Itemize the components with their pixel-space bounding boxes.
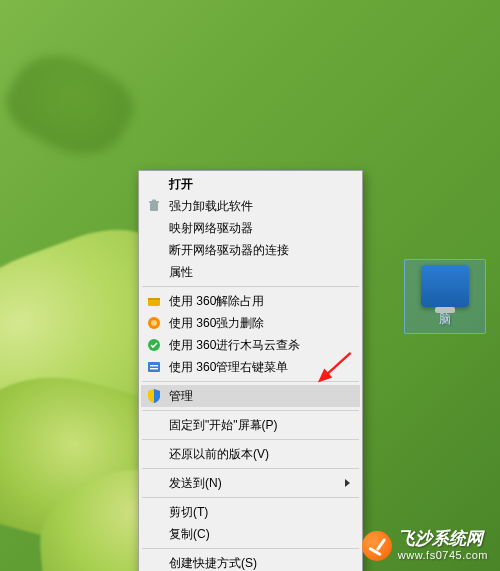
menu-item-properties-top[interactable]: 属性 [141,261,360,283]
menu-item-label: 强力卸载此软件 [169,198,350,215]
menu-item-label: 复制(C) [169,526,350,543]
menu-item-pin-to-start[interactable]: 固定到"开始"屏幕(P) [141,414,360,436]
menu-item-cut[interactable]: 剪切(T) [141,501,360,523]
menu-item-map-network-drive[interactable]: 映射网络驱动器 [141,217,360,239]
svg-rect-4 [148,298,160,300]
menu-item-manage[interactable]: 管理 [141,385,360,407]
menu-item-label: 固定到"开始"屏幕(P) [169,417,350,434]
watermark: 飞沙系统网 www.fs0745.com [362,530,488,561]
svg-rect-8 [148,362,160,372]
computer-icon [421,265,469,307]
svg-rect-2 [152,200,156,202]
shield-icon [145,387,163,405]
blank-icon [145,175,163,193]
menu-item-360-trojan-scan[interactable]: 使用 360进行木马云查杀 [141,334,360,356]
menu-item-label: 发送到(N) [169,475,339,492]
360-scan-icon [145,336,163,354]
svg-point-6 [151,320,157,326]
menu-item-label: 使用 360强力删除 [169,315,350,332]
menu-separator [142,439,359,440]
menu-item-label: 打开 [169,176,350,193]
menu-item-send-to[interactable]: 发送到(N) [141,472,360,494]
blank-icon [145,445,163,463]
menu-item-label: 剪切(T) [169,504,350,521]
blank-icon [145,219,163,237]
blank-icon [145,554,163,571]
menu-item-open[interactable]: 打开 [141,173,360,195]
svg-rect-9 [150,365,158,366]
svg-rect-0 [150,203,158,211]
menu-item-360-unlock[interactable]: 使用 360解除占用 [141,290,360,312]
watermark-url: www.fs0745.com [398,549,488,561]
menu-separator [142,468,359,469]
menu-item-force-uninstall[interactable]: 强力卸载此软件 [141,195,360,217]
trash-icon [145,197,163,215]
menu-item-label: 创建快捷方式(S) [169,555,350,572]
blank-icon [145,241,163,259]
menu-separator [142,286,359,287]
blank-icon [145,263,163,281]
360-menu-icon [145,358,163,376]
blank-icon [145,416,163,434]
menu-item-copy[interactable]: 复制(C) [141,523,360,545]
menu-item-label: 使用 360解除占用 [169,293,350,310]
desktop-icon-this-pc[interactable]: 脑 [410,265,480,328]
menu-item-restore-previous-versions[interactable]: 还原以前的版本(V) [141,443,360,465]
menu-item-label: 管理 [169,388,350,405]
menu-item-disconnect-network-drive[interactable]: 断开网络驱动器的连接 [141,239,360,261]
menu-item-label: 还原以前的版本(V) [169,446,350,463]
svg-rect-10 [150,368,158,369]
menu-item-label: 属性 [169,264,350,281]
menu-item-label: 使用 360进行木马云查杀 [169,337,350,354]
blank-icon [145,474,163,492]
menu-item-label: 断开网络驱动器的连接 [169,242,350,259]
chevron-right-icon [345,479,350,487]
360-unlock-icon [145,292,163,310]
watermark-title: 飞沙系统网 [398,530,488,549]
blank-icon [145,503,163,521]
menu-separator [142,410,359,411]
menu-separator [142,548,359,549]
blank-icon [145,525,163,543]
watermark-logo-icon [362,531,392,561]
menu-item-360-force-delete[interactable]: 使用 360强力删除 [141,312,360,334]
menu-separator [142,497,359,498]
menu-item-label: 映射网络驱动器 [169,220,350,237]
menu-item-create-shortcut[interactable]: 创建快捷方式(S) [141,552,360,571]
360-delete-icon [145,314,163,332]
